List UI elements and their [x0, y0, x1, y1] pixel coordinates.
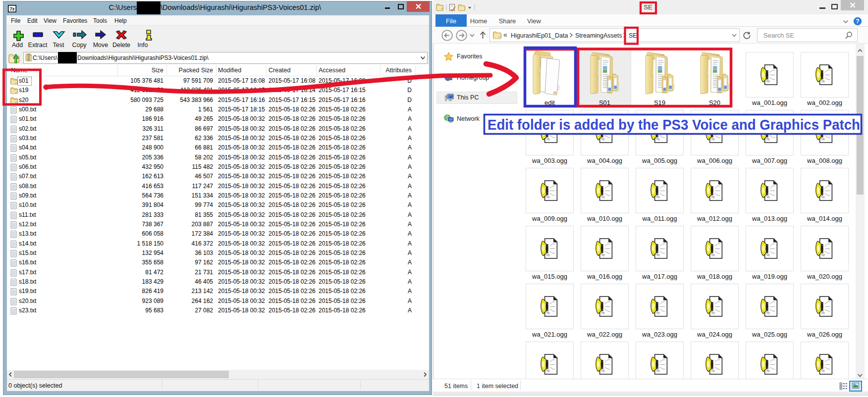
svg-text:Edit folder is added by the PS: Edit folder is added by the PS3 Voice an… — [488, 116, 860, 133]
